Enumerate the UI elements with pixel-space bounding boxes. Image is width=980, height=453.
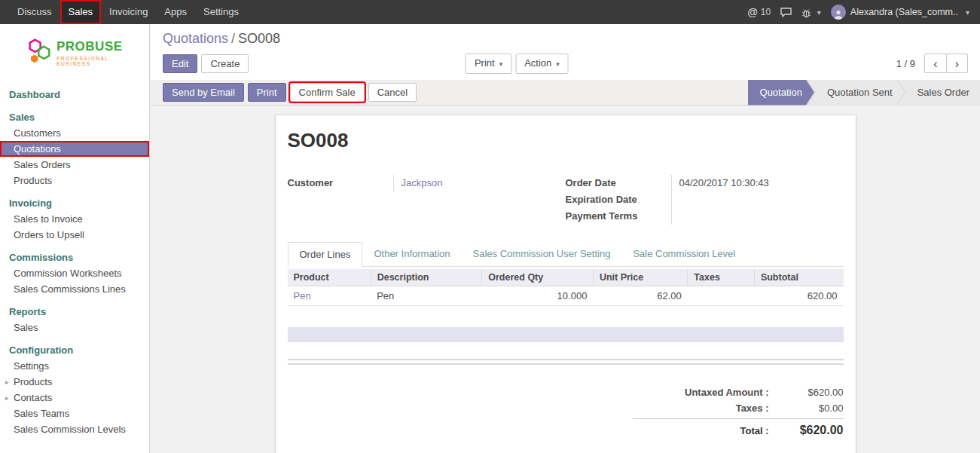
control-panel-bottom: Send by Email Print Confirm Sale Cancel … <box>151 80 980 106</box>
sidebar-item-sales-to-invoice[interactable]: Sales to Invoice <box>0 211 149 227</box>
sidebar-section-dashboard[interactable]: Dashboard <box>0 87 149 103</box>
pager-previous-button[interactable] <box>924 54 946 73</box>
column-header-taxes[interactable]: Taxes <box>688 269 755 286</box>
column-header-unit-price[interactable]: Unit Price <box>593 269 687 286</box>
sidebar-item-sales-orders[interactable]: Sales Orders <box>0 157 149 173</box>
messages-icon[interactable] <box>780 8 792 17</box>
column-header-subtotal[interactable]: Subtotal <box>754 269 843 286</box>
record-title: SO008 <box>288 129 844 152</box>
sidebar-item-config-products[interactable]: Products <box>0 374 149 390</box>
action-dropdown[interactable]: Action <box>515 54 569 74</box>
control-panel-top: Quotations/SO008 Edit Create Print Actio… <box>151 24 980 80</box>
pager: 1 / 9 <box>896 54 968 73</box>
field-groups: Customer Jackpson Order Date 04/20/2017 … <box>288 175 844 225</box>
sidebar-item-orders-to-upsell[interactable]: Orders to Upsell <box>0 227 149 243</box>
breadcrumb-current: SO008 <box>238 31 280 46</box>
pager-next-button[interactable] <box>946 54 968 73</box>
cell-product[interactable]: Pen <box>288 286 371 306</box>
edit-button[interactable]: Edit <box>163 54 197 73</box>
total-value: $620.00 <box>780 424 844 437</box>
create-button[interactable]: Create <box>201 54 249 73</box>
status-step-sales-order[interactable]: Sales Order <box>898 80 980 106</box>
sidebar-section-invoicing[interactable]: Invoicing <box>0 195 149 211</box>
cancel-button[interactable]: Cancel <box>368 83 417 102</box>
order-date-label: Order Date <box>566 175 671 191</box>
activity-menu[interactable]: 10 <box>747 6 771 18</box>
tab-sale-commission-level[interactable]: Sale Commission Level <box>621 242 746 267</box>
table-row[interactable]: Pen Pen 10.000 62.00 620.00 <box>288 286 844 306</box>
debug-icon[interactable] <box>801 6 821 17</box>
customer-label: Customer <box>288 175 393 191</box>
sidebar-item-quotations[interactable]: Quotations <box>0 141 149 157</box>
logo-subtitle: PROFESSIONAL BUSINESS <box>56 56 143 66</box>
top-navbar: Discuss Sales Invoicing Apps Settings 10 <box>0 0 980 24</box>
print-button[interactable]: Print <box>248 83 286 102</box>
app-logo: PROBUSE PROFESSIONAL BUSINESS <box>0 24 149 79</box>
product-link[interactable]: Pen <box>294 290 311 301</box>
cell-ordered-qty[interactable]: 10.000 <box>482 286 594 306</box>
breadcrumb-separator: / <box>231 31 235 46</box>
nav-item-apps[interactable]: Apps <box>156 0 195 24</box>
topbar-right: 10 <box>747 0 980 24</box>
sidebar-item-products[interactable]: Products <box>0 173 149 188</box>
column-header-ordered-qty[interactable]: Ordered Qty <box>482 269 594 286</box>
payment-terms-label: Payment Terms <box>566 208 671 225</box>
nav-item-settings[interactable]: Settings <box>195 0 247 24</box>
cell-subtotal[interactable]: 620.00 <box>754 286 843 306</box>
sidebar-item-sales-commissions-lines[interactable]: Sales Commissions Lines <box>0 281 149 297</box>
column-header-product[interactable]: Product <box>288 269 371 286</box>
confirm-sale-button[interactable]: Confirm Sale <box>290 83 365 102</box>
edit-create-group: Edit Create <box>163 54 249 73</box>
user-menu[interactable]: Alexandra (Sales_comm.. <box>831 5 969 20</box>
logo-title: PROBUSE <box>56 39 143 54</box>
column-header-description[interactable]: Description <box>371 269 482 286</box>
status-step-quotation-sent[interactable]: Quotation Sent <box>808 80 905 106</box>
tab-order-lines[interactable]: Order Lines <box>288 242 363 267</box>
customer-link[interactable]: Jackpson <box>401 177 443 188</box>
sidebar: PROBUSE PROFESSIONAL BUSINESS Dashboard … <box>0 24 150 453</box>
nav-item-invoicing[interactable]: Invoicing <box>101 0 156 24</box>
notebook-tabs: Order Lines Other Information Sales Comm… <box>288 241 844 267</box>
app-window: Discuss Sales Invoicing Apps Settings 10 <box>0 0 980 453</box>
sidebar-item-customers[interactable]: Customers <box>0 125 149 141</box>
breadcrumb-parent[interactable]: Quotations <box>163 31 228 46</box>
workflow-buttons: Send by Email Print Confirm Sale Cancel <box>163 83 417 102</box>
pager-counter: 1 / 9 <box>896 58 915 69</box>
separator-rule-top <box>288 359 844 360</box>
logo-text: PROBUSE PROFESSIONAL BUSINESS <box>56 39 143 66</box>
sidebar-item-commission-worksheets[interactable]: Commission Worksheets <box>0 265 149 281</box>
sidebar-item-settings[interactable]: Settings <box>0 358 149 374</box>
customer-value: Jackpson <box>393 175 566 191</box>
pager-buttons <box>924 54 968 73</box>
nav-item-sales[interactable]: Sales <box>60 0 102 24</box>
print-dropdown[interactable]: Print <box>466 54 511 74</box>
status-step-quotation[interactable]: Quotation <box>748 80 814 106</box>
user-name: Alexandra (Sales_comm.. <box>850 7 958 17</box>
cell-taxes[interactable] <box>688 286 755 306</box>
mention-icon <box>747 6 758 18</box>
cell-description[interactable]: Pen <box>371 286 482 306</box>
sidebar-section-configuration[interactable]: Configuration <box>0 342 149 358</box>
sidebar-section-reports[interactable]: Reports <box>0 304 149 320</box>
sidebar-item-reports-sales[interactable]: Sales <box>0 320 149 335</box>
tab-other-information[interactable]: Other Information <box>362 242 461 267</box>
taxes-value: $0.00 <box>780 402 844 414</box>
total-label: Total : <box>633 425 780 436</box>
activity-count: 10 <box>761 7 771 17</box>
nav-item-discuss[interactable]: Discuss <box>9 0 60 24</box>
send-by-email-button[interactable]: Send by Email <box>163 83 244 102</box>
button-row: Edit Create Print Action 1 / 9 <box>163 54 968 73</box>
sidebar-item-sales-commission-levels[interactable]: Sales Commission Levels <box>0 421 149 437</box>
main-content: Quotations/SO008 Edit Create Print Actio… <box>151 24 980 453</box>
right-field-group: Order Date 04/20/2017 10:30:43 Expiratio… <box>566 175 844 225</box>
sidebar-section-commissions[interactable]: Commissions <box>0 249 149 265</box>
sidebar-item-sales-teams[interactable]: Sales Teams <box>0 406 149 421</box>
sidebar-section-sales[interactable]: Sales <box>0 109 149 125</box>
sidebar-item-config-contacts[interactable]: Contacts <box>0 390 149 406</box>
total-row: Total : $620.00 <box>633 421 844 439</box>
totals-block: Untaxed Amount : $620.00 Taxes : $0.00 T… <box>633 384 844 439</box>
tab-sales-commission-user-setting[interactable]: Sales Commission User Setting <box>462 242 622 267</box>
cell-unit-price[interactable]: 62.00 <box>593 286 687 306</box>
breadcrumb: Quotations/SO008 <box>163 31 968 47</box>
print-action-group: Print Action <box>466 54 569 74</box>
